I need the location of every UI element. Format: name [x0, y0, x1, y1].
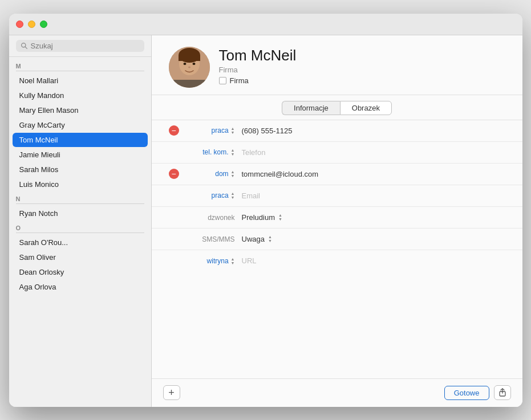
remove-email-home-button[interactable]: −: [169, 169, 179, 179]
share-icon: [498, 388, 507, 397]
contact-item-gray-mccarty[interactable]: Gray McCarty: [13, 118, 148, 132]
traffic-lights: [16, 21, 47, 28]
contact-item-mary-ellen-mason[interactable]: Mary Ellen Mason: [13, 103, 148, 117]
field-label-wrap-ringtone: dzwonek: [184, 212, 235, 222]
contact-item-aga-orlova[interactable]: Aga Orlova: [13, 280, 148, 294]
contact-full-name: Tom McNeil: [219, 47, 505, 64]
contact-item-sarah-milos[interactable]: Sarah Milos: [13, 162, 148, 177]
field-label-wrap-phone-mobile: tel. kom.▲▼: [184, 148, 235, 156]
contact-name-area: Tom McNeil Firma Firma: [219, 47, 505, 85]
contact-item-dean-orlosky[interactable]: Dean Orlosky: [13, 265, 148, 279]
field-label-phone-mobile[interactable]: tel. kom.: [202, 148, 228, 156]
field-value-email-work[interactable]: Email: [242, 191, 505, 200]
stepper-email-home[interactable]: ▲▼: [231, 170, 235, 178]
contact-item-noel-mallari[interactable]: Noel Mallari: [13, 74, 148, 88]
done-button[interactable]: Gotowe: [444, 386, 489, 400]
content-area: MNoel MallariKully MandonMary Ellen Maso…: [9, 35, 522, 407]
add-field-button[interactable]: +: [163, 385, 180, 400]
stepper-email-work[interactable]: ▲▼: [231, 191, 235, 199]
tab-informacje[interactable]: Informacje: [282, 101, 340, 115]
field-label-wrap-sms: SMS/MMS: [184, 234, 235, 244]
field-label-email-home[interactable]: dom: [215, 170, 228, 178]
close-button[interactable]: [16, 21, 23, 28]
field-row-email-work: praca▲▼Email: [152, 185, 522, 207]
contact-header: Tom McNeil Firma Firma: [152, 35, 522, 95]
field-row-phone-mobile: tel. kom.▲▼Telefon: [152, 142, 522, 164]
field-label-wrap-email-work: praca▲▼: [184, 191, 235, 199]
contact-list: MNoel MallariKully MandonMary Ellen Maso…: [9, 57, 151, 407]
field-value-phone-work[interactable]: (608) 555-1125: [242, 127, 505, 135]
footer-right: Gotowe: [444, 385, 511, 400]
field-label-ringtone: dzwonek: [208, 214, 234, 222]
field-value-sms[interactable]: Uwaga▲▼: [242, 235, 505, 243]
contact-item-ryan-notch[interactable]: Ryan Notch: [13, 206, 148, 221]
field-row-email-home: −dom▲▼tommcneil@icloud.com: [152, 164, 522, 185]
field-value-website[interactable]: URL: [242, 256, 505, 265]
contact-item-sarah-orou[interactable]: Sarah O'Rou...: [13, 235, 148, 250]
tabs-row: Informacje Obrazek: [152, 95, 522, 120]
company-checkbox[interactable]: [219, 77, 226, 84]
share-button[interactable]: [494, 385, 511, 400]
field-label-sms: SMS/MMS: [202, 235, 234, 243]
section-header-n: N: [9, 192, 151, 203]
field-label-wrap-email-home: dom▲▼: [184, 170, 235, 178]
svg-point-8: [188, 66, 190, 68]
stepper-phone-mobile[interactable]: ▲▼: [231, 148, 235, 156]
company-checkbox-row: Firma: [219, 76, 505, 85]
search-bar: [9, 35, 151, 57]
field-label-email-work[interactable]: praca: [212, 191, 229, 199]
main-window: MNoel MallariKully MandonMary Ellen Maso…: [9, 14, 522, 407]
field-label-wrap-website: witryna▲▼: [184, 257, 235, 265]
field-row-phone-work: −praca▲▼(608) 555-1125: [152, 120, 522, 142]
maximize-button[interactable]: [40, 21, 47, 28]
field-label-phone-work[interactable]: praca: [212, 127, 229, 134]
svg-rect-5: [179, 55, 200, 61]
search-icon: [21, 42, 28, 50]
detail-panel: Tom McNeil Firma Firma Informacje Obraze…: [152, 35, 522, 407]
contact-item-kully-mandon[interactable]: Kully Mandon: [13, 88, 148, 103]
tab-obrazek[interactable]: Obrazek: [340, 101, 392, 115]
svg-line-1: [25, 47, 27, 48]
search-input[interactable]: [31, 42, 140, 50]
svg-point-6: [183, 63, 186, 65]
avatar-image: [169, 47, 210, 88]
value-stepper-ringtone[interactable]: ▲▼: [278, 213, 282, 221]
field-row-ringtone: dzwonekPreludium▲▼: [152, 207, 522, 229]
company-checkbox-label: Firma: [230, 76, 249, 85]
section-header-o: O: [9, 221, 151, 233]
detail-footer: + Gotowe: [152, 378, 522, 407]
search-input-wrap[interactable]: [16, 40, 144, 52]
titlebar: [9, 14, 522, 35]
contact-item-luis-monico[interactable]: Luis Monico: [13, 177, 148, 191]
section-header-m: M: [9, 59, 151, 71]
stepper-phone-work[interactable]: ▲▼: [231, 127, 235, 134]
field-value-phone-mobile[interactable]: Telefon: [242, 148, 505, 157]
contact-item-tom-mcneil[interactable]: Tom McNeil: [13, 133, 148, 147]
stepper-website[interactable]: ▲▼: [231, 257, 235, 265]
field-label-wrap-phone-work: praca▲▼: [184, 127, 235, 134]
minimize-button[interactable]: [28, 21, 35, 28]
sidebar: MNoel MallariKully MandonMary Ellen Maso…: [9, 35, 152, 407]
value-stepper-sms[interactable]: ▲▼: [268, 235, 272, 243]
fields-area: −praca▲▼(608) 555-1125tel. kom.▲▼Telefon…: [152, 120, 522, 407]
field-value-email-home[interactable]: tommcneil@icloud.com: [242, 170, 505, 178]
contact-item-jamie-mieuli[interactable]: Jamie Mieuli: [13, 148, 148, 162]
remove-phone-work-button[interactable]: −: [169, 125, 179, 136]
field-value-ringtone[interactable]: Preludium▲▼: [242, 213, 505, 222]
field-label-website[interactable]: witryna: [207, 257, 229, 265]
field-row-website: witryna▲▼URL: [152, 250, 522, 272]
svg-point-7: [192, 63, 195, 65]
contact-item-sam-oliver[interactable]: Sam Oliver: [13, 250, 148, 264]
company-label: Firma: [219, 66, 505, 74]
field-row-sms: SMS/MMSUwaga▲▼: [152, 229, 522, 250]
avatar: [169, 47, 210, 88]
